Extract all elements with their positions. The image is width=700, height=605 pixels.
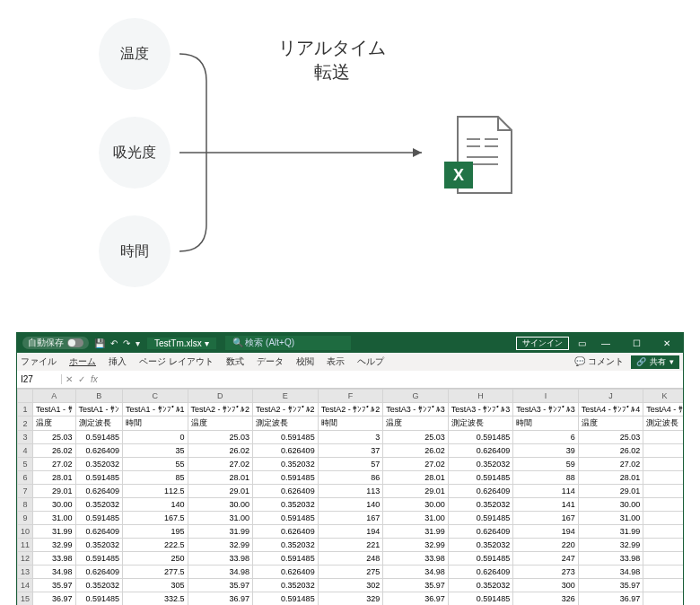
cell[interactable]: 26.02 <box>33 444 76 458</box>
cell[interactable]: 31.00 <box>383 512 449 525</box>
cell[interactable]: 31.00 <box>188 512 253 525</box>
cell[interactable]: 0.591485 <box>448 512 513 525</box>
cell[interactable]: 31.99 <box>188 525 253 539</box>
cancel-icon[interactable]: ✕ <box>66 374 73 384</box>
cell[interactable]: 302 <box>318 579 383 592</box>
col-header[interactable]: D <box>188 390 253 403</box>
col-header[interactable]: E <box>253 390 319 403</box>
cell[interactable]: 33.98 <box>188 552 253 566</box>
cell[interactable]: 0.591485 <box>75 431 123 444</box>
cell[interactable] <box>643 458 683 471</box>
cell[interactable]: 0.352032 <box>448 539 513 552</box>
cell[interactable]: 0.591485 <box>253 471 319 485</box>
row-header[interactable]: 10 <box>18 525 33 539</box>
cell[interactable] <box>643 552 683 566</box>
cell[interactable]: TestA3 - ｻﾝﾌﾟﾙ3 <box>448 403 513 416</box>
cell[interactable]: TestA1 - ｻﾝﾌﾟﾙ1 <box>123 403 188 416</box>
cell[interactable]: 55 <box>123 458 188 471</box>
cell[interactable]: 時間 <box>123 416 188 431</box>
undo-icon[interactable]: ↶ <box>110 338 118 348</box>
cell[interactable]: 0.626409 <box>253 525 319 539</box>
row-header[interactable]: 9 <box>18 512 33 525</box>
cell[interactable]: 0.626409 <box>448 444 513 458</box>
col-header[interactable]: G <box>383 390 449 403</box>
cell[interactable]: 222.5 <box>123 539 188 552</box>
cell[interactable]: 300 <box>513 579 579 592</box>
cell[interactable]: 32.99 <box>578 539 643 552</box>
cell[interactable] <box>643 431 683 444</box>
cell[interactable]: 305 <box>123 579 188 592</box>
cell[interactable]: 0.591485 <box>75 512 123 525</box>
file-name[interactable]: TestTm.xlsx ▾ <box>147 338 216 349</box>
cell[interactable]: 25.03 <box>188 431 253 444</box>
cell[interactable] <box>643 471 683 485</box>
cell[interactable]: 0.591485 <box>253 431 319 444</box>
col-header[interactable]: H <box>448 390 513 403</box>
row-header[interactable]: 13 <box>18 566 33 579</box>
cell[interactable]: 0.626409 <box>448 485 513 498</box>
row-header[interactable]: 15 <box>18 592 33 606</box>
cell[interactable]: 28.01 <box>578 471 643 485</box>
tab-insert[interactable]: 挿入 <box>109 355 127 368</box>
cell[interactable]: 195 <box>123 525 188 539</box>
cell[interactable]: 277.5 <box>123 566 188 579</box>
row-header[interactable]: 2 <box>18 416 33 431</box>
cell[interactable]: 0.352032 <box>75 539 123 552</box>
cell[interactable] <box>643 512 683 525</box>
col-header[interactable]: F <box>318 390 383 403</box>
cell[interactable]: 28.01 <box>383 471 449 485</box>
comment-button[interactable]: 💬 コメント <box>574 355 624 368</box>
col-header[interactable]: B <box>75 390 123 403</box>
row-header[interactable]: 1 <box>18 403 33 416</box>
cell[interactable]: TestA2 - ｻﾝﾌﾟﾙ2 <box>188 403 253 416</box>
minimize-icon[interactable]: — <box>595 338 617 348</box>
cell[interactable] <box>643 592 683 606</box>
cell[interactable]: 86 <box>318 471 383 485</box>
cell[interactable]: 88 <box>513 471 579 485</box>
cell[interactable]: 29.01 <box>33 485 76 498</box>
cell[interactable]: 29.01 <box>383 485 449 498</box>
cell[interactable]: 0.591485 <box>75 552 123 566</box>
fx-icon[interactable]: fx <box>91 374 98 384</box>
tab-help[interactable]: ヘルプ <box>357 355 384 368</box>
cell[interactable]: 140 <box>318 498 383 512</box>
cell[interactable]: 113 <box>318 485 383 498</box>
cell[interactable]: 3 <box>318 431 383 444</box>
cell[interactable]: 247 <box>513 552 579 566</box>
cell[interactable]: TestA3 - ｻﾝﾌﾟﾙ3 <box>513 403 579 416</box>
cell[interactable]: 0.352032 <box>448 458 513 471</box>
cell[interactable]: 30.00 <box>578 498 643 512</box>
cell[interactable]: 27.02 <box>33 458 76 471</box>
cell[interactable]: 37 <box>318 444 383 458</box>
cell[interactable] <box>643 498 683 512</box>
cell[interactable]: 33.98 <box>33 552 76 566</box>
cell[interactable]: 36.97 <box>578 592 643 606</box>
tab-view[interactable]: 表示 <box>327 355 345 368</box>
row-header[interactable]: 5 <box>18 458 33 471</box>
cell[interactable]: 0.591485 <box>448 431 513 444</box>
cell[interactable]: 36.97 <box>188 592 253 606</box>
cell[interactable]: 32.99 <box>383 539 449 552</box>
col-header[interactable]: K <box>643 390 683 403</box>
cell[interactable]: 測定波長 <box>253 416 319 431</box>
cell[interactable]: 221 <box>318 539 383 552</box>
name-box[interactable]: I27 <box>17 374 62 384</box>
cell[interactable]: 114 <box>513 485 579 498</box>
cell[interactable]: 0.626409 <box>253 485 319 498</box>
row-header[interactable]: 4 <box>18 444 33 458</box>
cell[interactable]: 220 <box>513 539 579 552</box>
cell[interactable]: 36.97 <box>33 592 76 606</box>
cell[interactable]: 25.03 <box>383 431 449 444</box>
cell[interactable]: 0.591485 <box>448 592 513 606</box>
cell[interactable]: 34.98 <box>33 566 76 579</box>
cell[interactable]: 31.00 <box>33 512 76 525</box>
cell[interactable]: 0.626409 <box>448 566 513 579</box>
cell[interactable]: 温度 <box>188 416 253 431</box>
cell[interactable]: TestA1 - ｻ <box>33 403 76 416</box>
row-header[interactable]: 14 <box>18 579 33 592</box>
col-header[interactable]: I <box>513 390 579 403</box>
cell[interactable]: 0.352032 <box>253 539 319 552</box>
cell[interactable]: 26.02 <box>188 444 253 458</box>
cell[interactable]: 31.99 <box>33 525 76 539</box>
cell[interactable] <box>643 444 683 458</box>
